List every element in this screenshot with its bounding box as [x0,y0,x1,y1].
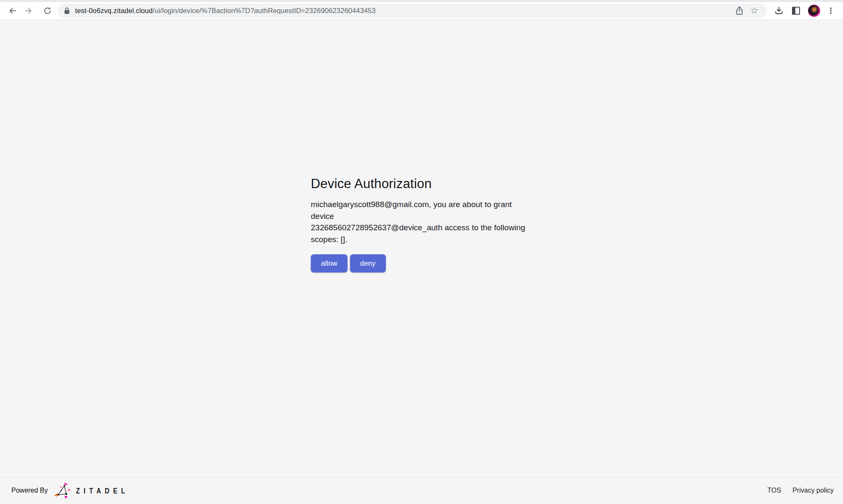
grant-message: michaelgaryscott988@gmail.com, you are a… [311,199,532,245]
lock-icon [63,7,70,15]
address-bar[interactable]: test-0o6zvq.zitadel.cloud/ui/login/devic… [58,3,767,18]
reload-icon [43,6,52,15]
url-path: /ui/login/device/%7Baction%7D?authReques… [153,7,376,14]
action-buttons: allow deny [311,254,532,272]
browser-toolbar: test-0o6zvq.zitadel.cloud/ui/login/devic… [0,2,843,20]
forward-arrow-icon [24,6,33,15]
page-body: Device Authorization michaelgaryscott988… [0,20,843,477]
star-icon: ☆ [751,6,759,15]
grant-message-line: scopes: []. [311,234,532,245]
share-button[interactable] [733,4,746,17]
downloads-button[interactable] [773,4,785,17]
browser-menu-button[interactable]: ⋮ [825,4,836,17]
zitadel-logo-icon [54,482,72,499]
deny-button[interactable]: deny [350,254,386,272]
browser-chrome: test-0o6zvq.zitadel.cloud/ui/login/devic… [0,0,843,20]
page-footer: Powered By ZITADEL TOS Privacy policy [0,477,843,504]
device-authorization-panel: Device Authorization michaelgaryscott988… [311,20,532,272]
bookmark-star-button[interactable]: ☆ [748,4,761,17]
forward-button[interactable] [22,4,35,17]
download-icon [774,6,784,15]
grant-message-line: michaelgaryscott988@gmail.com, you are a… [311,199,532,222]
url-text: test-0o6zvq.zitadel.cloud/ui/login/devic… [75,7,376,15]
profile-avatar[interactable] [808,5,820,17]
url-host: test-0o6zvq.zitadel.cloud [75,7,153,14]
zitadel-brand-link[interactable]: ZITADEL [54,482,129,499]
side-panel-icon [792,7,800,15]
grant-message-line: 232685602728952637@device_auth access to… [311,222,532,234]
toolbar-right-icons: ⋮ [773,4,836,17]
kebab-menu-icon: ⋮ [827,6,835,15]
page-title: Device Authorization [311,176,532,191]
side-panel-button[interactable] [789,4,802,17]
tos-link[interactable]: TOS [768,487,781,494]
share-icon [735,6,743,16]
privacy-policy-link[interactable]: Privacy policy [792,487,834,494]
zitadel-wordmark: ZITADEL [76,486,129,495]
reload-button[interactable] [41,4,54,17]
back-arrow-icon [8,6,17,15]
back-button[interactable] [6,4,19,17]
powered-by-label: Powered By [11,487,48,494]
allow-button[interactable]: allow [311,254,347,272]
